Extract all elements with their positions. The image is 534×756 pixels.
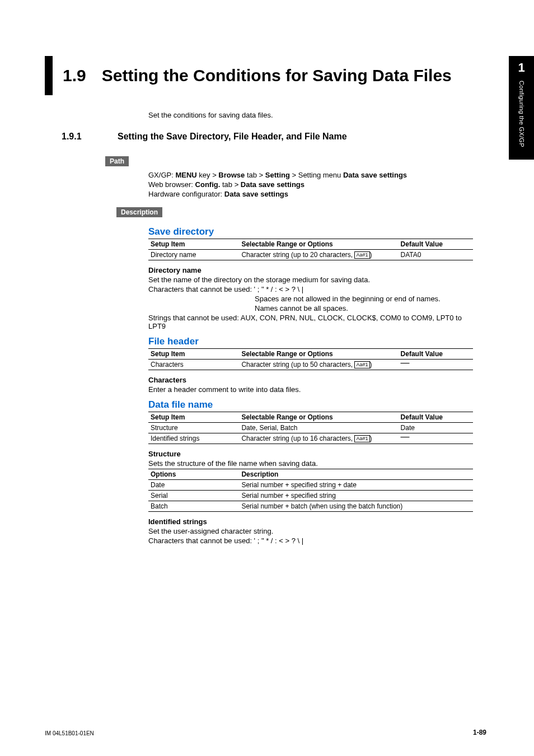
- body-text: Characters that cannot be used: ' ; " * …: [148, 536, 473, 545]
- th-setup-item: Setup Item: [148, 412, 239, 423]
- structure-subhead: Structure: [148, 450, 473, 458]
- body-text: Strings that cannot be used: AUX, CON, P…: [148, 314, 473, 330]
- path-line-1: GX/GP: MENU key > Browse tab > Setting >…: [148, 171, 473, 179]
- save-directory-title: Save directory: [148, 226, 473, 237]
- characters-subhead: Characters: [148, 376, 473, 384]
- body-text: Set the name of the directory on the sto…: [148, 276, 473, 284]
- char-input-icon: Aa#1: [354, 251, 369, 259]
- th-description: Description: [239, 469, 473, 480]
- th-setup-item: Setup Item: [148, 239, 239, 250]
- th-range: Selectable Range or Options: [239, 349, 398, 360]
- th-default: Default Value: [399, 349, 473, 360]
- th-range: Selectable Range or Options: [239, 239, 398, 250]
- table-row: BatchSerial number + batch (when using t…: [148, 501, 473, 512]
- table-row: Identified strings Character string (up …: [148, 433, 473, 444]
- footer-doc-id: IM 04L51B01-01EN: [45, 730, 94, 736]
- file-header-table: Setup Item Selectable Range or Options D…: [148, 348, 473, 370]
- section-heading: 1.9 Setting the Conditions for Saving Da…: [45, 56, 476, 95]
- section-number: 1.9: [63, 56, 86, 95]
- identified-strings-subhead: Identified strings: [148, 517, 473, 526]
- path-line-2: Web browser: Config. tab > Data save set…: [148, 180, 473, 189]
- subsection-number: 1.9.1: [62, 132, 118, 142]
- description-block: Save directory Setup Item Selectable Ran…: [148, 226, 473, 545]
- description-tag: Description: [116, 207, 162, 217]
- data-file-name-title: Data file name: [148, 399, 473, 410]
- tab-chapter-title: Configuring the GX/GP: [518, 81, 525, 147]
- structure-options-table: Options Description DateSerial number + …: [148, 469, 473, 512]
- subsection-title: Setting the Save Directory, File Header,…: [118, 132, 476, 142]
- char-input-icon: Aa#1: [354, 361, 369, 368]
- subsection-heading: 1.9.1 Setting the Save Directory, File H…: [45, 132, 476, 142]
- th-default: Default Value: [399, 239, 473, 250]
- th-range: Selectable Range or Options: [239, 412, 398, 423]
- path-line-3: Hardware configurator: Data save setting…: [148, 190, 473, 198]
- th-setup-item: Setup Item: [148, 349, 239, 360]
- table-row: Directory name Character string (up to 2…: [148, 250, 473, 260]
- file-header-title: File header: [148, 336, 473, 347]
- data-file-name-table: Setup Item Selectable Range or Options D…: [148, 412, 473, 444]
- body-text: Spaces are not allowed in the beginning …: [255, 295, 473, 303]
- body-text: Characters that cannot be used: ' ; " * …: [148, 285, 473, 293]
- section-title: Setting the Conditions for Saving Data F…: [102, 56, 476, 95]
- path-block: GX/GP: MENU key > Browse tab > Setting >…: [148, 171, 473, 198]
- side-chapter-tab: 1 Configuring the GX/GP: [509, 56, 534, 160]
- th-options: Options: [148, 469, 239, 480]
- table-row: SerialSerial number + specified string: [148, 491, 473, 501]
- table-row: Characters Character string (up to 50 ch…: [148, 360, 473, 370]
- save-directory-table: Setup Item Selectable Range or Options D…: [148, 239, 473, 260]
- intro-text: Set the conditions for saving data files…: [148, 111, 473, 119]
- footer-page-number: 1-89: [473, 729, 486, 736]
- directory-name-subhead: Directory name: [148, 266, 473, 274]
- page-content: 1.9 Setting the Conditions for Saving Da…: [45, 56, 476, 546]
- tab-chapter-number: 1: [509, 60, 534, 75]
- body-text: Sets the structure of the file name when…: [148, 459, 473, 468]
- body-text: Set the user-assigned character string.: [148, 527, 473, 535]
- body-text: Enter a header comment to write into dat…: [148, 385, 473, 394]
- path-tag: Path: [105, 156, 129, 166]
- heading-bar-icon: [45, 56, 53, 95]
- body-text: Names cannot be all spaces.: [255, 304, 473, 312]
- char-input-icon: Aa#1: [354, 435, 369, 442]
- table-row: DateSerial number + specified string + d…: [148, 480, 473, 491]
- th-default: Default Value: [399, 412, 473, 423]
- table-row: Structure Date, Serial, Batch Date: [148, 423, 473, 433]
